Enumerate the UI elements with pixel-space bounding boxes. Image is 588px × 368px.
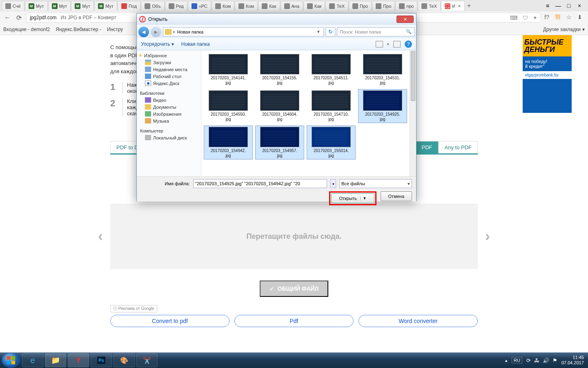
chevron-right-icon[interactable]: › <box>485 228 490 245</box>
chevron-down-icon[interactable]: ▼ <box>360 196 367 200</box>
sidebar-desktop[interactable]: Рабочий стол <box>138 73 199 80</box>
browser-tab[interactable]: Ком <box>235 1 258 11</box>
side-banner-ad[interactable]: БЫСТРЫЕ ДЕНЬГИ на победу!й кредит" elgaz… <box>523 35 572 113</box>
browser-tab[interactable]: MМут <box>71 1 94 11</box>
file-item[interactable]: 20170203_155014.jpg <box>307 126 356 159</box>
file-item[interactable]: 20170203_154531.jpg <box>358 53 407 87</box>
browser-tab[interactable]: Ана <box>281 1 303 11</box>
taskbar-explorer[interactable]: 📁 <box>45 353 66 367</box>
breadcrumb[interactable]: ▸ Новая папка ▾ <box>163 27 324 36</box>
file-item[interactable]: 20170203_154925.jpg <box>358 89 407 123</box>
bookmark-icon[interactable]: ☆ <box>566 14 572 21</box>
minimize-icon[interactable]: — <box>555 2 562 9</box>
volume-icon[interactable]: 🔊 <box>543 357 549 364</box>
browser-tab[interactable]: Как <box>258 1 280 11</box>
refresh-button[interactable]: ↻ <box>325 27 335 36</box>
tray-expand-icon[interactable]: ▴ <box>505 358 508 363</box>
file-item[interactable]: 20170203_154141.jpg <box>204 53 253 87</box>
browser-tab[interactable]: «РС <box>188 1 211 11</box>
filename-input[interactable] <box>193 179 327 188</box>
sidebar-recent[interactable]: Недавние места <box>138 66 199 73</box>
dialog-titlebar[interactable]: Открыть ✕ <box>137 13 416 25</box>
browser-tab[interactable]: Счё <box>2 1 24 11</box>
file-item[interactable]: 20170203_154710.jpg <box>307 89 356 123</box>
chevron-down-icon[interactable]: ▾ <box>387 42 389 46</box>
vertical-scrollbar[interactable] <box>410 50 416 176</box>
browser-tab[interactable]: MМут <box>25 1 48 11</box>
open-button[interactable]: Открыть▼ <box>331 193 374 203</box>
start-button[interactable] <box>2 353 20 368</box>
back-button[interactable]: ← <box>3 13 11 22</box>
ad-link[interactable]: Word converter <box>359 315 478 327</box>
chevron-down-icon[interactable]: ▾ <box>582 27 585 32</box>
ad-link[interactable]: Convert to pdf <box>110 315 229 327</box>
rss-icon[interactable]: ⽻ <box>555 14 561 21</box>
dialog-close-button[interactable]: ✕ <box>396 16 414 23</box>
close-icon[interactable]: × <box>576 2 583 9</box>
tab-any-to-pdf[interactable]: Any to PDF <box>439 141 478 153</box>
language-indicator[interactable]: RU <box>512 357 522 364</box>
taskbar-photoshop[interactable]: Ps <box>91 353 112 367</box>
keyboard-icon[interactable]: ⌨ <box>510 15 518 21</box>
drop-zone[interactable]: ‹ Перетащите файлы сюда. › <box>110 204 478 269</box>
other-bookmarks[interactable]: Другие закладки <box>543 27 581 32</box>
bookmark-link[interactable]: Яндекс.Вебмастер - <box>56 27 101 32</box>
file-item[interactable]: 20170203_154155.jpg <box>255 53 304 87</box>
filename-dropdown[interactable]: ▾ <box>330 179 336 188</box>
rosette-icon[interactable]: ✦ <box>533 15 537 21</box>
breadcrumb-folder[interactable]: Новая папка <box>177 29 203 34</box>
font-icon[interactable]: f? <box>544 14 549 21</box>
taskbar-app[interactable]: 🎨 <box>114 353 135 367</box>
browser-tab-active[interactable]: JPGPDFИ× <box>441 1 465 11</box>
sidebar-videos[interactable]: Видео <box>138 96 199 103</box>
browser-tab[interactable]: Под <box>118 1 140 11</box>
file-item[interactable]: 20170203_154957.jpg <box>255 126 304 159</box>
flag-icon[interactable]: ⚑ <box>552 357 557 364</box>
sync-icon[interactable]: ⟳ <box>526 357 531 364</box>
sidebar-local-disk[interactable]: Локальный диск <box>138 134 199 141</box>
browser-tab[interactable]: ТеХ <box>325 1 348 11</box>
download-icon[interactable]: ⬇ <box>577 14 582 21</box>
organize-menu[interactable]: Упорядочить ▾ <box>141 41 174 47</box>
bookmark-link[interactable]: Инстру <box>107 27 123 32</box>
browser-tab[interactable]: Как <box>303 1 325 11</box>
sidebar-favorites[interactable]: ★Избранное <box>138 53 199 58</box>
sidebar-computer[interactable]: Компьютер <box>138 128 199 133</box>
browser-tab[interactable]: ТеХ <box>418 1 441 11</box>
file-type-select[interactable]: Все файлы▾ <box>339 179 412 188</box>
sidebar-pictures[interactable]: Изображения <box>138 110 199 117</box>
sidebar-yandex-disk[interactable]: Яндекс.Диск <box>138 80 199 87</box>
nav-back-button[interactable]: ◄ <box>138 27 149 37</box>
new-tab-button[interactable]: + <box>465 2 473 9</box>
file-list[interactable]: 20170203_154141.jpg20170203_154155.jpg20… <box>201 50 416 176</box>
chevron-left-icon[interactable]: ‹ <box>98 228 103 245</box>
browser-tab[interactable]: Ком <box>212 1 234 11</box>
file-item[interactable]: 20170203_154550.jpg <box>204 89 253 123</box>
maximize-icon[interactable]: □ <box>565 2 572 9</box>
sidebar-libraries[interactable]: Библиотеки <box>138 91 199 96</box>
taskbar-ie[interactable]: e <box>22 353 43 367</box>
search-input[interactable]: Поиск: Новая папка 🔍 <box>337 27 414 36</box>
taskbar-snipping[interactable]: ✂️ <box>136 353 158 367</box>
merge-button[interactable]: ✓ ОБЩИЙ ФАЙЛ <box>260 280 329 297</box>
shield-icon[interactable]: 🛡 <box>523 15 528 21</box>
chevron-down-icon[interactable]: ▾ <box>315 29 322 34</box>
nav-forward-button[interactable]: ► <box>151 27 161 37</box>
file-item[interactable]: 20170203_154511.jpg <box>307 53 356 87</box>
help-icon[interactable]: ? <box>405 40 412 48</box>
menu-icon[interactable]: ≡ <box>544 2 551 9</box>
browser-tab[interactable]: MМут <box>94 1 117 11</box>
cancel-button[interactable]: Отмена <box>381 191 412 201</box>
file-item[interactable]: 20170203_154604.jpg <box>255 89 304 123</box>
view-mode-button[interactable] <box>376 41 383 47</box>
browser-tab[interactable]: про <box>395 1 417 11</box>
search-icon[interactable]: 🔍 <box>406 29 412 34</box>
reload-button[interactable]: ⟳ <box>15 13 23 22</box>
bookmark-link[interactable]: Входящие - demonf2 <box>3 27 50 32</box>
sidebar-documents[interactable]: Документы <box>138 103 199 110</box>
browser-tab[interactable]: MМут <box>48 1 71 11</box>
clock[interactable]: 11:45 07.04.2017 <box>561 355 584 366</box>
browser-tab[interactable]: Про <box>372 1 395 11</box>
ad-link[interactable]: Pdf <box>234 315 354 327</box>
browser-tab[interactable]: Ред <box>165 1 187 11</box>
